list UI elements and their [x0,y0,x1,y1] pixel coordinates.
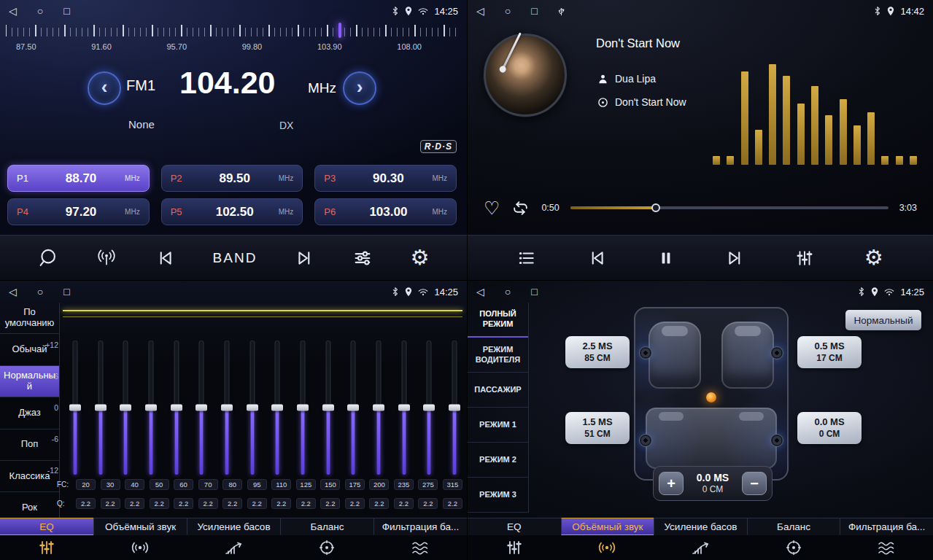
slider-knob[interactable] [69,405,81,411]
surround-sound-icon[interactable] [93,535,187,560]
eq-preset-item-0[interactable]: По умолчанию [0,303,59,334]
bass-boost-icon[interactable] [187,535,280,560]
delay-rear-left[interactable]: 1.5 MS 51 CM [565,412,630,444]
frequency-scale[interactable]: 87.50 91.60 95.70 99.80 103.90 108.00 [6,25,461,61]
next-button[interactable] [725,248,746,268]
delay-front-right[interactable]: 0.5 MS 17 CM [797,336,862,368]
delay-front-left[interactable]: 2.5 MS 85 CM [565,336,630,368]
eq-faders-icon[interactable] [468,535,561,560]
tab-surround-label[interactable]: Объёмный звук [93,518,187,535]
tab-filter[interactable]: Фильтрация ба... [373,518,467,560]
balance-icon[interactable] [747,535,840,560]
slider-knob[interactable] [247,405,258,411]
seek-down-button[interactable]: ‹ [88,71,121,105]
radio-preset-P1[interactable]: P188.70MHz [7,165,150,192]
tab-balance-label[interactable]: Баланс [280,518,373,535]
rear-seat[interactable] [646,408,777,469]
eq-band-slider-11[interactable] [347,341,360,475]
back-icon[interactable]: ◁ [476,287,484,297]
scan-button[interactable] [37,248,58,268]
front-left-seat[interactable] [649,322,701,389]
seek-up-button[interactable]: › [343,71,376,105]
settings-button[interactable]: ⚙ [864,247,883,268]
slider-knob[interactable] [398,405,410,411]
tab-balance-label[interactable]: Баланс [747,518,840,535]
slider-knob[interactable] [120,405,131,411]
radio-preset-P5[interactable]: P5102.50MHz [161,198,303,225]
home-icon[interactable]: ○ [37,287,43,297]
equalizer-button[interactable] [795,249,814,268]
surround-mode-item-1[interactable]: РЕЖИМ ВОДИТЕЛЯ [468,338,528,373]
eq-band-slider-15[interactable] [448,341,461,475]
surround-mode-item-0[interactable]: ПОЛНЫЙ РЕЖИМ [468,303,528,338]
bass-boost-icon[interactable] [654,535,747,560]
previous-button[interactable] [586,248,607,268]
listening-position-dot[interactable] [706,392,716,402]
eq-band-slider-10[interactable] [322,341,335,475]
slider-knob[interactable] [195,405,207,411]
slider-knob[interactable] [95,405,107,411]
back-icon[interactable]: ◁ [476,6,484,16]
playlist-button[interactable] [517,249,536,268]
slider-knob[interactable] [373,405,384,411]
tab-surround[interactable]: Объёмный звук [561,518,654,560]
tab-surround[interactable]: Объёмный звук [93,518,187,560]
tab-eq[interactable]: EQ [468,518,561,560]
back-icon[interactable]: ◁ [9,287,17,297]
eq-band-slider-2[interactable] [119,341,132,475]
tab-bass-boost-label[interactable]: Усиление басов [187,518,280,535]
eq-band-slider-1[interactable] [94,341,107,475]
eq-band-slider-8[interactable] [271,341,284,475]
eq-band-slider-4[interactable] [170,341,183,475]
tab-balance[interactable]: Баланс [747,518,840,560]
settings-button[interactable]: ⚙ [411,247,430,268]
tab-filter-label[interactable]: Фильтрация ба... [840,518,933,535]
tab-surround-label[interactable]: Объёмный звук [561,518,654,535]
eq-band-slider-13[interactable] [398,341,411,475]
pause-button[interactable] [657,249,675,268]
filter-icon[interactable] [373,535,467,560]
slider-knob[interactable] [423,405,435,411]
eq-band-slider-12[interactable] [372,341,385,475]
favorite-button[interactable]: ♡ [484,199,500,217]
tab-eq-label[interactable]: EQ [468,518,561,535]
eq-band-slider-6[interactable] [220,341,233,475]
repeat-button[interactable] [511,199,530,217]
tab-balance[interactable]: Баланс [280,518,373,560]
home-icon[interactable]: ○ [505,6,511,16]
next-button[interactable] [295,248,315,268]
front-right-seat[interactable] [721,322,774,389]
filter-icon[interactable] [840,535,933,560]
surround-sound-icon[interactable] [561,535,654,560]
eq-band-slider-14[interactable] [422,341,435,475]
surround-mode-item-5[interactable]: РЕЖИМ 3 [468,478,528,513]
surround-mode-item-4[interactable]: РЕЖИМ 2 [468,443,528,478]
delay-increase-button[interactable]: + [659,472,684,495]
eq-band-slider-3[interactable] [144,341,158,475]
slider-knob[interactable] [221,405,233,411]
slider-knob[interactable] [449,405,460,411]
radio-preset-P6[interactable]: P6103.00MHz [314,198,457,225]
surround-mode-item-2[interactable]: ПАССАЖИР [468,373,528,408]
delay-rear-right[interactable]: 0.0 MS 0 CM [797,412,862,444]
slider-knob[interactable] [322,405,334,411]
tab-filter-label[interactable]: Фильтрация ба... [373,518,467,535]
previous-button[interactable] [155,248,175,268]
eq-band-slider-7[interactable] [246,341,259,475]
recents-icon[interactable]: □ [63,287,69,297]
slider-knob[interactable] [145,405,157,411]
slider-knob[interactable] [347,405,359,411]
eq-band-slider-5[interactable] [195,341,208,475]
recents-icon[interactable]: □ [63,6,69,16]
sound-preset-button[interactable]: Нормальный [845,310,921,330]
radio-preset-P2[interactable]: P289.50MHz [161,165,303,192]
home-icon[interactable]: ○ [505,287,511,297]
tab-filter[interactable]: Фильтрация ба... [840,518,933,560]
surround-mode-item-3[interactable]: РЕЖИМ 1 [468,408,528,443]
progress-bar[interactable] [570,206,889,209]
delay-decrease-button[interactable]: − [742,472,767,495]
tab-bass-boost[interactable]: Усиление басов [187,518,280,560]
slider-knob[interactable] [171,405,182,411]
back-icon[interactable]: ◁ [9,6,17,16]
recents-icon[interactable]: □ [531,6,537,16]
